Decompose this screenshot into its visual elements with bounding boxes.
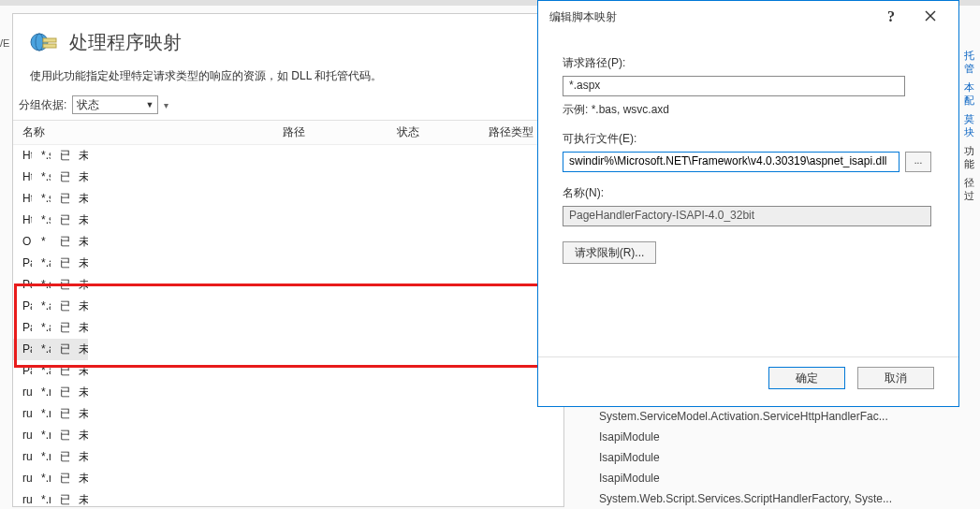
table-row[interactable]: OPTIONSVerbHandler*已启用未指定	[13, 231, 88, 253]
table-row[interactable]: rules-Integrated-4.0*.rules已启用未指定	[13, 425, 88, 446]
group-by-extra: ▾	[164, 100, 168, 110]
cell-state: 已启用	[51, 167, 69, 188]
cell-name: OPTIONSVerbHandler	[13, 231, 32, 253]
table-row[interactable]: PageHandlerFactory-Integrated-4.0*.aspx已…	[13, 274, 88, 296]
table-row[interactable]: rules-ISAPI-2.0*.rules已启用未指定	[13, 446, 88, 468]
cell-ptype: 未指定	[69, 231, 88, 253]
help-button[interactable]: ?	[872, 4, 910, 30]
example-text: 示例: *.bas, wsvc.axd	[563, 102, 934, 118]
name-label: 名称(N):	[563, 185, 934, 201]
col-path[interactable]: 路径	[273, 121, 388, 145]
cell-ptype: 未指定	[69, 317, 88, 339]
cell-ptype: 未指定	[69, 167, 88, 188]
table-row[interactable]: PageHandlerFactory-ISAPI-2.0*.aspx已启用未指定	[13, 296, 88, 317]
cell-state: 已启用	[51, 489, 69, 509]
handler-mappings-window: 处理程序映射 使用此功能指定处理特定请求类型的响应的资源，如 DLL 和托管代码…	[12, 13, 564, 507]
cell-name: HttpRemotingHandlerFactory-soap-ISAPI-..…	[13, 145, 32, 167]
cell-ptype: 未指定	[69, 425, 88, 446]
request-restrictions-button[interactable]: 请求限制(R)...	[563, 241, 656, 264]
cell-ptype: 未指定	[69, 274, 88, 296]
left-pane-sliver: /E	[0, 37, 11, 49]
cell-path: *	[32, 231, 51, 253]
cell-state: 已启用	[51, 360, 69, 382]
cell-name: HttpRemotingHandlerFactory-soap-ISAPI-..…	[13, 210, 32, 231]
table-row[interactable]: HttpRemotingHandlerFactory-soap-ISAPI-..…	[13, 210, 88, 231]
cell-path: *.rules	[32, 446, 51, 468]
cell-name: PageHandlerFactory-ISAPI-4.0_64bit	[13, 360, 32, 382]
cell-path: *.aspx	[32, 317, 51, 339]
cell-state: 已启用	[51, 188, 69, 210]
cell-path: *.rules	[32, 425, 51, 446]
table-row[interactable]: HttpRemotingHandlerFactory-soap-ISAPI-..…	[13, 167, 88, 188]
cell-ptype: 未指定	[69, 253, 88, 274]
table-row[interactable]: rules-64-ISAPI-2.0*.rules已启用未指定	[13, 382, 88, 403]
cell-name: rules-ISAPI-2.0	[13, 446, 32, 468]
cell-ptype: 未指定	[69, 210, 88, 231]
cell-name: PageHandlerFactory-ISAPI-4.0_32bit	[13, 339, 32, 360]
cell-ptype: 未指定	[69, 468, 88, 489]
cell-ptype: 未指定	[69, 339, 88, 360]
cell-name: rules-64-ISAPI-2.0	[13, 382, 32, 403]
cell-path: *.rules	[32, 489, 51, 509]
edit-script-map-dialog: 编辑脚本映射 ? 请求路径(P): *.aspx 示例: *.bas, wsvc…	[537, 0, 959, 407]
cell-path: *.rules	[32, 382, 51, 403]
page-title: 处理程序映射	[69, 30, 182, 55]
table-row[interactable]: rules-Integrated*.rules已启用未指定	[13, 403, 88, 425]
handler-table: 名称 路径 状态 路径类型 HttpRemotingHandlerFactory…	[13, 121, 563, 509]
table-row[interactable]: HttpRemotingHandlerFactory-soap-ISAPI-..…	[13, 145, 88, 167]
cell-name: rules-Integrated	[13, 403, 32, 425]
cell-state: 已启用	[51, 145, 69, 167]
cell-name: PageHandlerFactory-ISAPI-2.0	[13, 296, 32, 317]
cell-path: *.aspx	[32, 360, 51, 382]
table-row[interactable]: HttpRemotingHandlerFactory-soap-ISAPI-..…	[13, 188, 88, 210]
table-row[interactable]: rules-ISAPI-4.0_32bit*.rules已启用未指定	[13, 468, 88, 489]
executable-input[interactable]: swindir%\Microsoft.NET\Framework\v4.0.30…	[563, 152, 900, 172]
cell-path: *.rules	[32, 403, 51, 425]
table-row[interactable]: PageHandlerFactory-ISAPI-2.0-64*.aspx已启用…	[13, 317, 88, 339]
cell-state: 已启用	[51, 296, 69, 317]
cell-name: HttpRemotingHandlerFactory-soap-ISAPI-..…	[13, 188, 32, 210]
cell-state: 已启用	[51, 253, 69, 274]
cell-path: *.aspx	[32, 253, 51, 274]
close-button[interactable]	[910, 4, 951, 30]
cell-state: 已启用	[51, 231, 69, 253]
cell-ptype: 未指定	[69, 382, 88, 403]
table-row[interactable]: PageHandlerFactory-ISAPI-4.0_64bit*.aspx…	[13, 360, 88, 382]
cell-ptype: 未指定	[69, 360, 88, 382]
cell-path: *.aspx	[32, 296, 51, 317]
col-name[interactable]: 名称	[13, 121, 273, 145]
cell-name: HttpRemotingHandlerFactory-soap-ISAPI-..…	[13, 167, 32, 188]
handler-mappings-icon	[30, 27, 60, 57]
cell-ptype: 未指定	[69, 446, 88, 468]
name-input[interactable]: PageHandlerFactory-ISAPI-4.0_32bit	[563, 206, 931, 226]
page-description: 使用此功能指定处理特定请求类型的响应的资源，如 DLL 和托管代码。	[13, 66, 563, 95]
col-state[interactable]: 状态	[388, 121, 479, 145]
cell-path: *.aspx	[32, 339, 51, 360]
actions-pane-fragment: 托管 本配 莫块 功能 径过	[964, 49, 977, 208]
close-icon	[925, 10, 936, 22]
chevron-down-icon: ▼	[145, 100, 154, 109]
cell-ptype: 未指定	[69, 188, 88, 210]
cell-path: *.soap	[32, 188, 51, 210]
cell-path: *.rules	[32, 468, 51, 489]
cell-ptype: 未指定	[69, 489, 88, 509]
ok-button[interactable]: 确定	[768, 367, 845, 389]
cell-state: 已启用	[51, 339, 69, 360]
svg-rect-2	[43, 38, 56, 42]
table-row[interactable]: rules-ISAPI-4.0_64bit*.rules已启用未指定	[13, 489, 88, 509]
cell-name: PageHandlerFactory-Integrated-4.0	[13, 274, 32, 296]
cell-name: rules-ISAPI-4.0_64bit	[13, 489, 32, 509]
cell-path: *.aspx	[32, 274, 51, 296]
request-path-input[interactable]: *.aspx	[563, 76, 905, 96]
group-by-select[interactable]: 状态 ▼	[72, 95, 158, 114]
executable-label: 可执行文件(E):	[563, 131, 934, 147]
cell-name: rules-ISAPI-4.0_32bit	[13, 468, 32, 489]
module-column-fragment: System.ServiceModel.Activation.ServiceHt…	[599, 410, 892, 509]
cell-state: 已启用	[51, 403, 69, 425]
table-row[interactable]: PageHandlerFactory-ISAPI-4.0_32bit*.aspx…	[13, 339, 88, 360]
cell-state: 已启用	[51, 317, 69, 339]
table-row[interactable]: PageHandlerFactory-Integrated*.aspx已启用未指…	[13, 253, 88, 274]
cell-name: rules-Integrated-4.0	[13, 425, 32, 446]
browse-button[interactable]: ...	[905, 152, 931, 172]
cancel-button[interactable]: 取消	[857, 367, 934, 389]
